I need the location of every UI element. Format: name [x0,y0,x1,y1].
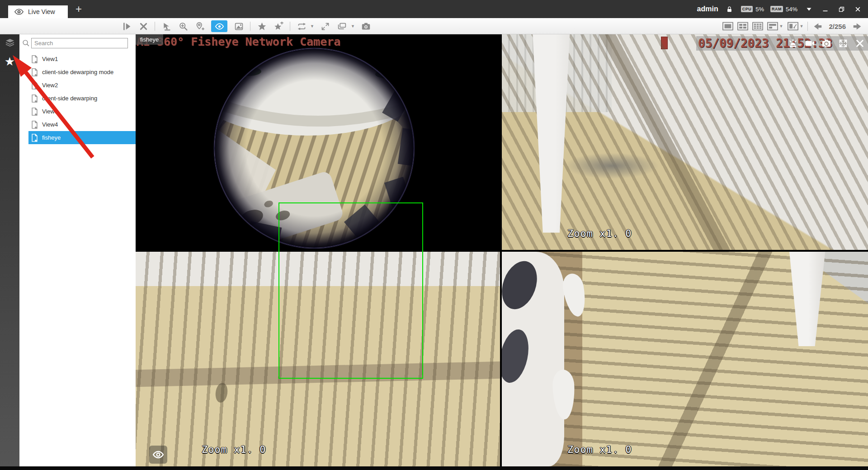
toolbar-divider [155,22,155,31]
white-sculpture-wall [502,252,564,466]
alarm-output-icon[interactable] [788,38,798,49]
tab-label: Live View [28,8,55,15]
image-view-button[interactable] [233,21,244,32]
star-icon: ★ [5,56,15,67]
restore-button[interactable] [836,4,846,14]
view-list-item[interactable]: View3 [28,105,136,118]
ptz-3d-position-button[interactable] [194,21,205,32]
new-tab-button[interactable]: + [72,3,85,15]
zoom-osd-label: Zoom x1. 0 [202,444,266,455]
white-column [509,34,593,233]
view-file-icon [31,55,38,63]
view-label: View3 [42,108,58,115]
view-list-item[interactable]: fisheye [28,131,136,144]
cpu-badge: CPU [741,6,753,12]
zoom-osd-label: Zoom x1. 0 [567,228,632,239]
dewarp-eye-button[interactable] [149,446,167,464]
teardrop-sculpture [561,272,589,318]
tab-live-view[interactable]: Live View [8,5,68,18]
view-label: View1 [42,56,58,62]
camera-osd-title: AI 360° Fisheye Network Camera [137,35,341,48]
menu-dropdown-icon[interactable] [804,4,814,14]
view-list-item[interactable]: client-side dewarping [28,92,136,105]
live-view-mode-button[interactable] [211,20,227,32]
panel-label-fisheye: fisheye [136,34,163,45]
shadow-blob [214,382,229,403]
panel-osd-bar: 05/09/2023 21:52:33 [696,36,868,51]
search-input[interactable] [31,38,128,48]
devices-panel-icon[interactable] [0,34,19,52]
view-label: View4 [42,121,58,128]
toolbar: ▼ ▼ ▼ ▼ 2/256 [0,18,868,34]
view-label: fisheye [42,134,61,141]
page-indicator: 2/256 [829,23,846,30]
toolbar-divider [290,22,290,31]
layout-3x3-button[interactable] [752,21,763,32]
pointer-tool-button[interactable] [161,21,172,32]
view-file-icon [31,68,38,76]
layout-custom-button[interactable] [767,21,778,32]
expand-icon[interactable] [838,38,849,49]
add-favorite-button[interactable] [273,21,284,32]
view-list-item[interactable]: View2 [28,79,136,92]
video-stage: AI 360° Fisheye Network Camera fisheye 0… [136,34,868,470]
video-panel-dewarp-1[interactable]: 05/09/2023 21:52:33 Zoom x1. 0 [502,34,868,250]
view-list-item[interactable]: client-side dewarping mode [28,66,136,79]
red-bin [661,37,668,49]
ram-value: 54% [786,6,797,13]
fullscreen-button[interactable] [320,21,331,32]
view-label: View2 [42,82,58,89]
close-panel-icon[interactable] [854,38,865,49]
cpu-value: 5% [755,6,764,13]
minimize-button[interactable] [820,4,830,14]
previous-page-button[interactable] [812,21,823,32]
search-icon [22,39,30,47]
user-name[interactable]: admin [697,5,718,13]
views-sidebar: View1 client-side dewarping mode [19,34,136,466]
ram-badge: RAM [770,6,783,12]
views-panel-icon[interactable]: ★ [0,52,19,70]
view-file-icon [31,94,38,103]
eye-icon [153,451,164,459]
view-list-item[interactable]: View1 [28,52,136,66]
view-label: client-side dewarping [42,95,97,102]
next-page-button[interactable] [852,21,863,32]
play-all-button[interactable] [121,21,132,32]
snapshot-icon[interactable] [821,38,832,49]
layout-edit-caret[interactable]: ▼ [800,24,804,28]
layout-1x1-button[interactable] [722,21,733,32]
left-rail: ★ [0,34,19,466]
lock-icon[interactable] [725,4,735,14]
eye-icon [14,9,24,15]
column-shadow [564,153,660,179]
view-file-icon [31,108,38,116]
dewarp-selection-rectangle [278,202,423,379]
multi-monitor-caret[interactable]: ▼ [351,24,355,28]
layout-edit-button[interactable] [788,21,798,32]
record-icon[interactable] [804,38,815,49]
view-file-icon [31,81,38,89]
layout-custom-caret[interactable]: ▼ [779,24,783,28]
stream-type-caret[interactable]: ▼ [310,24,314,28]
view-list-item[interactable]: View4 [28,118,136,131]
sculpture-hole [502,256,543,314]
white-column [780,252,831,346]
sculpture-hole [502,327,533,385]
layout-2x2-button[interactable] [737,21,748,32]
favorite-view-button[interactable] [256,21,267,32]
multi-monitor-button[interactable] [337,21,348,32]
stream-type-button[interactable] [296,21,307,32]
toolbar-divider [807,22,808,31]
titlebar: Live View + admin CPU 5% RAM 54% [0,0,868,18]
zoom-osd-label: Zoom x1. 0 [567,444,632,455]
view-file-icon [31,134,38,142]
video-panel-dewarp-3[interactable]: Zoom x1. 0 [502,252,868,466]
close-button[interactable] [853,4,863,14]
snapshot-button[interactable] [361,21,372,32]
stop-all-button[interactable] [138,21,149,32]
view-list: View1 client-side dewarping mode [19,52,136,144]
view-label: client-side dewarping mode [42,69,113,75]
digital-zoom-button[interactable] [178,21,189,32]
view-file-icon [31,121,38,129]
window-bottom-edge [0,466,868,470]
